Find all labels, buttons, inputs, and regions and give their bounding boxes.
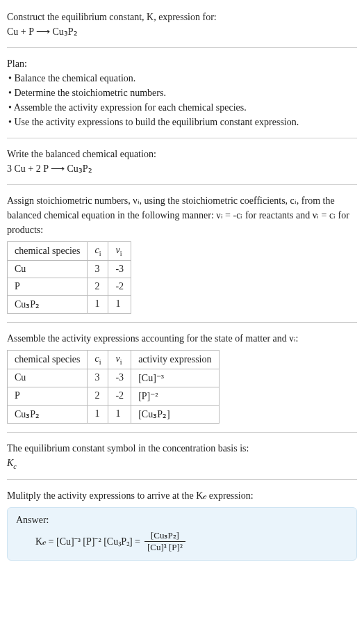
cell-species: Cu₃P₂ (8, 405, 88, 423)
balanced-equation: 3 Cu + 2 P ⟶ Cu₃P₂ (7, 161, 357, 176)
answer-box: Answer: K𝒸 = [Cu]⁻³ [P]⁻² [Cu₃P₂] = [Cu₃… (7, 507, 357, 561)
cell-vi: 1 (108, 405, 131, 423)
col-expr: activity expression (131, 350, 219, 369)
cell-expr: [P]⁻² (131, 387, 219, 405)
cell-vi: -2 (108, 278, 131, 295)
plan-item: • Use the activity expressions to build … (7, 115, 357, 129)
table-row: Cu 3 -3 (8, 260, 131, 278)
cell-vi: -3 (108, 369, 131, 387)
table-row: P 2 -2 (8, 278, 131, 295)
col-species: chemical species (8, 242, 88, 261)
balanced-intro: Write the balanced chemical equation: (7, 147, 357, 161)
cell-ci: 1 (88, 295, 108, 313)
plan-label: Plan: (7, 56, 357, 71)
table-row: Cu₃P₂ 1 1 (8, 295, 131, 313)
table-row: Cu₃P₂ 1 1 [Cu₃P₂] (8, 405, 220, 423)
cell-vi: 1 (108, 295, 131, 313)
cell-species: P (8, 387, 88, 405)
table-row: chemical species ci νi (8, 242, 131, 261)
answer-fraction: [Cu₃P₂] [Cu]³ [P]² (144, 530, 185, 553)
activity-intro: Assemble the activity expressions accoun… (7, 331, 357, 346)
stoich-intro: Assign stoichiometric numbers, νᵢ, using… (7, 193, 357, 237)
cell-ci: 2 (88, 278, 108, 295)
stoich-block: Assign stoichiometric numbers, νᵢ, using… (7, 189, 357, 318)
table-row: Cu 3 -3 [Cu]⁻³ (8, 369, 220, 387)
answer-label: Answer: (16, 515, 348, 526)
unbalanced-equation: Cu + P ⟶ Cu₃P₂ (7, 24, 357, 39)
cell-ci: 3 (88, 369, 108, 387)
cell-ci: 2 (88, 387, 108, 405)
final-intro: Mulitply the activity expressions to arr… (7, 488, 357, 503)
divider (7, 432, 357, 433)
fraction-denominator: [Cu]³ [P]² (144, 541, 185, 553)
cell-vi: -2 (108, 387, 131, 405)
symbol-value: Kc (7, 456, 357, 472)
title-line: Construct the equilibrium constant, K, e… (7, 10, 357, 24)
divider (7, 138, 357, 138)
plan-item: • Assemble the activity expression for e… (7, 100, 357, 115)
table-row: P 2 -2 [P]⁻² (8, 387, 220, 405)
final-block: Mulitply the activity expressions to arr… (7, 484, 357, 565)
answer-lhs: K𝒸 = [Cu]⁻³ [P]⁻² [Cu₃P₂] = (35, 536, 140, 547)
col-vi: νi (108, 242, 131, 261)
symbol-block: The equilibrium constant symbol in the c… (7, 437, 357, 476)
cell-expr: [Cu]⁻³ (131, 369, 219, 387)
col-vi: νi (108, 350, 131, 369)
col-ci: ci (88, 242, 108, 261)
table-row: chemical species ci νi activity expressi… (8, 350, 220, 369)
balanced-block: Write the balanced chemical equation: 3 … (7, 143, 357, 180)
answer-equation: K𝒸 = [Cu]⁻³ [P]⁻² [Cu₃P₂] = [Cu₃P₂] [Cu]… (16, 530, 348, 553)
plan-item: • Balance the chemical equation. (7, 71, 357, 86)
divider (7, 322, 357, 323)
divider (7, 479, 357, 480)
symbol-intro: The equilibrium constant symbol in the c… (7, 441, 357, 456)
col-species: chemical species (8, 350, 88, 369)
stoich-table: chemical species ci νi Cu 3 -3 P 2 -2 Cu… (7, 241, 131, 314)
header-block: Construct the equilibrium constant, K, e… (7, 6, 357, 43)
activity-table: chemical species ci νi activity expressi… (7, 350, 220, 424)
cell-species: P (8, 278, 88, 295)
divider (7, 47, 357, 48)
cell-expr: [Cu₃P₂] (131, 405, 219, 423)
cell-species: Cu (8, 369, 88, 387)
col-ci: ci (88, 350, 108, 369)
fraction-numerator: [Cu₃P₂] (148, 530, 182, 541)
cell-species: Cu₃P₂ (8, 295, 88, 313)
cell-ci: 3 (88, 260, 108, 278)
activity-block: Assemble the activity expressions accoun… (7, 327, 357, 428)
cell-vi: -3 (108, 260, 131, 278)
cell-species: Cu (8, 260, 88, 278)
plan-item: • Determine the stoichiometric numbers. (7, 86, 357, 100)
plan-block: Plan: • Balance the chemical equation. •… (7, 52, 357, 134)
divider (7, 184, 357, 185)
cell-ci: 1 (88, 405, 108, 423)
